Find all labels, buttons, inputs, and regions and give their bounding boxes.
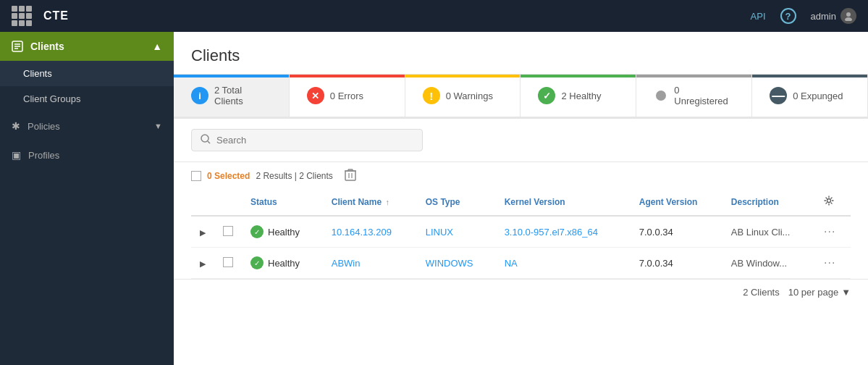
- sidebar-item-client-groups[interactable]: Client Groups: [0, 86, 174, 112]
- layout: Clients ▲ Clients Client Groups ✱ Polici…: [0, 32, 868, 365]
- row-agent-0: 7.0.0.34: [631, 216, 722, 248]
- svg-point-6: [201, 135, 208, 142]
- stat-healthy-icon: ✓: [538, 87, 555, 104]
- delete-icon[interactable]: [345, 168, 356, 184]
- gear-icon: [824, 196, 834, 206]
- table-row: ▶ ✓ Healthy ABWin WINDOWS NA 7.0.0.34 AB…: [191, 248, 851, 279]
- col-checkbox: [214, 188, 242, 216]
- stat-unregistered-icon: [654, 88, 668, 103]
- stat-expunged-label: 0 Expunged: [793, 91, 843, 101]
- user-label: admin: [811, 11, 836, 22]
- clients-table: Status Client Name ↑ OS Type Kernel Vers…: [191, 188, 851, 279]
- svg-line-7: [208, 141, 210, 143]
- col-agent-version[interactable]: Agent Version: [631, 188, 722, 216]
- policies-icon: ✱: [12, 120, 20, 132]
- svg-point-1: [845, 17, 852, 21]
- stat-total-icon: i: [191, 87, 208, 104]
- stat-total[interactable]: i 2 Total Clients: [174, 75, 290, 117]
- row-client-name-0[interactable]: 10.164.13.209: [323, 216, 417, 248]
- row-status-1: ✓ Healthy: [242, 248, 323, 279]
- toolbar: [174, 119, 868, 162]
- table-meta: 0 Selected 2 Results | 2 Clients: [174, 162, 868, 188]
- stat-errors-label: 0 Errors: [330, 91, 363, 101]
- row-desc-1: AB Window...: [722, 248, 815, 279]
- clients-icon: [12, 41, 23, 52]
- col-status[interactable]: Status: [242, 188, 323, 216]
- stat-errors[interactable]: ✕ 0 Errors: [290, 75, 405, 117]
- selected-count: 0 Selected: [207, 171, 250, 181]
- page-title: Clients: [191, 46, 851, 65]
- table-container: Status Client Name ↑ OS Type Kernel Vers…: [174, 188, 868, 279]
- results-count: 2 Results | 2 Clients: [256, 171, 333, 181]
- row-checkbox-1[interactable]: [214, 248, 242, 279]
- stat-healthy-label: 2 Healthy: [561, 91, 601, 101]
- row-os-type-0[interactable]: LINUX: [417, 216, 496, 248]
- table-footer: 2 Clients 10 per page ▼: [174, 279, 868, 305]
- select-all-checkbox[interactable]: [191, 171, 201, 181]
- col-settings[interactable]: [815, 188, 851, 216]
- stat-errors-icon: ✕: [307, 87, 324, 104]
- col-os-type[interactable]: OS Type: [417, 188, 496, 216]
- row-kernel-1: NA: [496, 248, 631, 279]
- sidebar-item-clients[interactable]: Clients: [0, 61, 174, 86]
- row-expand-1[interactable]: ▶: [191, 248, 214, 279]
- stat-unregistered[interactable]: 0 Unregistered: [636, 75, 752, 117]
- col-client-name[interactable]: Client Name ↑: [323, 188, 417, 216]
- topbar: CTE API ? admin: [0, 0, 868, 32]
- stat-total-label: 2 Total Clients: [214, 85, 271, 106]
- search-icon: [201, 134, 211, 146]
- app-grid-icon[interactable]: [12, 6, 32, 26]
- search-input[interactable]: [216, 135, 413, 146]
- svg-point-0: [846, 12, 851, 17]
- row-checkbox-0[interactable]: [214, 216, 242, 248]
- main-content: Clients i 2 Total Clients ✕ 0 Errors ! 0…: [174, 32, 868, 365]
- row-kernel-0: 3.10.0-957.el7.x86_64: [496, 216, 631, 248]
- stat-warnings-icon: !: [423, 87, 440, 104]
- stat-unregistered-label: 0 Unregistered: [674, 85, 734, 106]
- sidebar: Clients ▲ Clients Client Groups ✱ Polici…: [0, 32, 174, 365]
- svg-rect-8: [345, 171, 355, 180]
- status-dot-0: ✓: [250, 225, 264, 238]
- profiles-icon: ▣: [12, 149, 21, 161]
- api-link[interactable]: API: [751, 11, 766, 22]
- col-description[interactable]: Description: [722, 188, 815, 216]
- sort-asc-icon: ↑: [385, 198, 389, 206]
- stat-expunged[interactable]: — 0 Expunged: [752, 75, 868, 117]
- sidebar-group-policies[interactable]: ✱ Policies ▼: [0, 112, 174, 140]
- sidebar-group-profiles[interactable]: ▣ Profiles: [0, 140, 174, 169]
- topbar-right: API ? admin: [751, 8, 856, 24]
- per-page-selector[interactable]: 10 per page ▼: [788, 287, 851, 298]
- sidebar-section-clients[interactable]: Clients ▲: [0, 32, 174, 61]
- sidebar-section-header-left: Clients: [12, 41, 64, 52]
- stat-warnings-label: 0 Warnings: [446, 91, 493, 101]
- stat-expunged-icon: —: [770, 87, 787, 104]
- row-actions-0[interactable]: ···: [815, 216, 851, 248]
- row-actions-1[interactable]: ···: [815, 248, 851, 279]
- status-dot-1: ✓: [250, 256, 264, 269]
- row-agent-1: 7.0.0.34: [631, 248, 722, 279]
- row-os-type-1[interactable]: WINDOWS: [417, 248, 496, 279]
- main-header: Clients: [174, 32, 868, 75]
- row-desc-0: AB Linux Cli...: [722, 216, 815, 248]
- col-kernel-version[interactable]: Kernel Version: [496, 188, 631, 216]
- help-icon[interactable]: ?: [780, 8, 796, 24]
- policies-chevron: ▼: [154, 122, 162, 130]
- sidebar-section-label: Clients: [30, 41, 64, 52]
- row-expand-0[interactable]: ▶: [191, 216, 214, 248]
- user-menu[interactable]: admin: [811, 8, 856, 24]
- row-client-name-1[interactable]: ABWin: [323, 248, 417, 279]
- svg-point-15: [827, 199, 831, 203]
- stat-healthy[interactable]: ✓ 2 Healthy: [521, 75, 636, 117]
- stats-bar: i 2 Total Clients ✕ 0 Errors ! 0 Warning…: [174, 75, 868, 119]
- col-expand: [191, 188, 214, 216]
- user-avatar: [840, 8, 856, 24]
- table-row: ▶ ✓ Healthy 10.164.13.209 LINUX 3.10.0-9…: [191, 216, 851, 248]
- footer-count: 2 Clients: [743, 287, 780, 298]
- sidebar-section-chevron: ▲: [152, 41, 162, 52]
- stat-warnings[interactable]: ! 0 Warnings: [405, 75, 521, 117]
- search-box: [191, 129, 423, 151]
- row-status-0: ✓ Healthy: [242, 216, 323, 248]
- brand-label: CTE: [43, 9, 69, 22]
- per-page-chevron-icon: ▼: [841, 287, 851, 298]
- topbar-left: CTE: [12, 6, 69, 26]
